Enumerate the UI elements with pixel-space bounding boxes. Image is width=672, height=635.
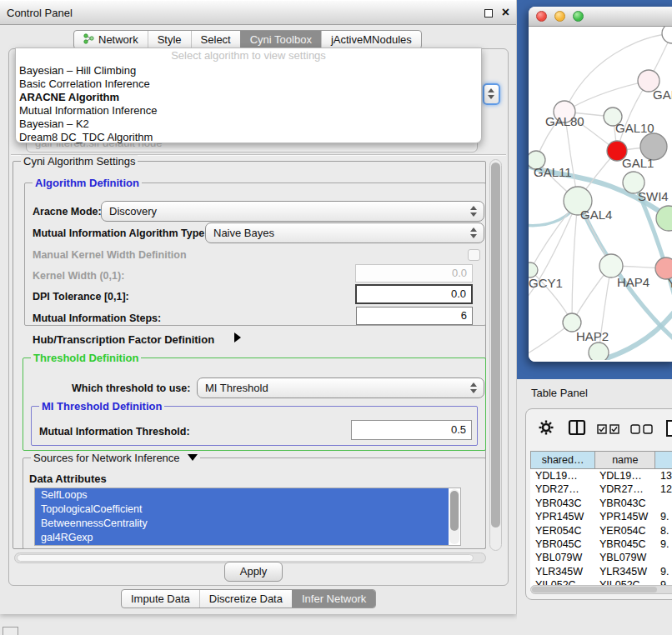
mi-type-combo[interactable]: Naive Bayes [205, 222, 484, 243]
column-header-name[interactable]: name [594, 452, 654, 468]
cell: 8. [655, 524, 672, 538]
zoom-traffic-light[interactable] [573, 11, 584, 22]
float-panel-icon[interactable] [484, 9, 493, 18]
kernel-width-label: Kernel Width (0,1): [33, 270, 124, 282]
tab-infer-network[interactable]: Infer Network [292, 590, 375, 608]
node-hap4[interactable] [599, 254, 623, 278]
algorithm-combo-spinner[interactable] [483, 83, 500, 105]
table-row[interactable]: YDL19… YDL19… 13 [530, 469, 672, 482]
dpi-tolerance-label: DPI Tolerance [0,1]: [33, 291, 129, 302]
group-title: Threshold Definition [31, 352, 141, 364]
group-title: MI Threshold Definition [39, 400, 164, 412]
node-table: shared… name YDL19… YDL19… 13 YDR27… YDR… [530, 451, 672, 592]
hub-definition-label: Hub/Transcription Factor Definition [33, 333, 214, 346]
expand-right-icon[interactable] [234, 332, 241, 342]
list-item[interactable]: TopologicalCoefficient [35, 502, 449, 517]
cell: 13 [655, 469, 672, 482]
column-header-shared-name[interactable]: shared… [531, 452, 594, 468]
scrollbar-thumb[interactable] [491, 162, 500, 528]
manual-kernel-checkbox[interactable] [468, 249, 480, 261]
cell: YBL079W [530, 551, 594, 564]
export-table-icon[interactable] [664, 419, 672, 441]
table-header: shared… name [530, 451, 672, 469]
table-row[interactable]: YBR045C YBR045C 9. [530, 538, 672, 551]
which-threshold-combo[interactable]: MI Threshold [197, 378, 484, 398]
node-label: GAL10 [615, 121, 654, 135]
tab-style[interactable]: Style [148, 31, 191, 48]
cell: YBL079W [594, 551, 655, 564]
dropdown-item[interactable]: Dream8 DC_TDC Algorithm [16, 131, 481, 144]
dropdown-placeholder: Select algorithm to view settings [16, 48, 481, 64]
cell: YBR043C [594, 497, 655, 510]
list-scrollbar[interactable] [449, 489, 459, 544]
table-row[interactable]: YBL079W YBL079W [530, 551, 672, 564]
tab-impute-data[interactable]: Impute Data [122, 590, 199, 608]
mi-steps-label: Mutual Information Steps: [33, 312, 161, 324]
cell: 12 [655, 482, 672, 496]
minimized-panel-button[interactable] [3, 627, 18, 635]
cell: YDR27… [530, 482, 594, 496]
list-item[interactable]: gal4RGexp [35, 531, 449, 545]
unchecked-columns-icon[interactable] [630, 422, 654, 438]
list-item[interactable]: BetweennessCentrality [35, 517, 449, 531]
table-row[interactable]: YDR27… YDR27… 12 [530, 482, 672, 496]
dropdown-item[interactable]: Bayesian – K2 [16, 118, 481, 131]
edge [564, 81, 649, 112]
minimize-traffic-light[interactable] [554, 11, 565, 22]
dropdown-item[interactable]: Basic Correlation Inference [16, 78, 481, 91]
dpi-tolerance-field[interactable]: 0.0 [355, 284, 473, 304]
collapse-down-icon[interactable] [188, 454, 198, 461]
scrollbar-thumb[interactable] [532, 587, 657, 592]
data-attributes-list[interactable]: SelfLoops TopologicalCoefficient Between… [34, 488, 461, 546]
spinner-arrows-icon [470, 228, 477, 238]
node-label: GAL1 [622, 156, 654, 170]
node[interactable] [662, 27, 672, 43]
node-label: GAL11 [534, 165, 572, 179]
aracne-mode-combo[interactable]: Discovery [101, 201, 484, 222]
dropdown-item[interactable]: Bayesian – Hill Climbing [16, 64, 481, 78]
cell [655, 551, 672, 564]
which-threshold-label: Which threshold to use: [72, 382, 190, 394]
network-canvas[interactable]: GAL GAL80 GAL10 GAL1 GAL11 SWI4 GAL4 GCY… [529, 27, 672, 362]
cell [655, 497, 672, 510]
dropdown-item-selected[interactable]: ARACNE Algorithm [16, 91, 481, 104]
table-horizontal-scrollbar[interactable] [530, 585, 672, 594]
node-table-panel: shared… name YDL19… YDL19… 13 YDR27… YDR… [525, 408, 672, 600]
cell: YDL19… [530, 469, 594, 482]
table-row[interactable]: YBR043C YBR043C [530, 497, 672, 510]
table-row[interactable]: YLR345W YLR345W 9. [530, 565, 672, 578]
cell: 9. [655, 565, 672, 578]
tab-jactivemnodules[interactable]: jActiveMNodules [321, 31, 421, 48]
close-icon[interactable]: × [502, 5, 509, 20]
dropdown-item[interactable]: Mutual Information Inference [16, 104, 481, 118]
mi-threshold-label: Mutual Information Threshold: [39, 426, 190, 438]
tab-label: Discretize Data [209, 592, 283, 605]
tab-discretize-data[interactable]: Discretize Data [199, 590, 292, 608]
tab-label: Style [158, 33, 182, 46]
scrollbar-thumb[interactable] [450, 491, 459, 531]
settings-vertical-scrollbar[interactable] [489, 159, 502, 551]
tab-network[interactable]: Network [74, 31, 148, 48]
column-header[interactable] [654, 452, 672, 468]
apply-button[interactable]: Apply [224, 562, 283, 582]
split-columns-icon[interactable] [568, 419, 586, 439]
spinner-arrows-icon [470, 206, 477, 217]
gear-icon[interactable] [538, 419, 554, 439]
control-panel-window: Control Panel × Network Style [0, 0, 517, 614]
tab-select[interactable]: Select [191, 31, 240, 48]
close-traffic-light[interactable] [536, 11, 547, 22]
table-panel-title: Table Panel [531, 387, 588, 399]
cell: YER054C [530, 524, 594, 538]
kernel-width-field[interactable]: 0.0 [355, 264, 473, 282]
cell: YDL19… [594, 469, 655, 482]
checked-columns-icon[interactable] [597, 422, 620, 438]
tab-cyni-toolbox[interactable]: Cyni Toolbox [240, 31, 321, 48]
table-row[interactable]: YPR145W YPR145W 9. [530, 510, 672, 523]
node[interactable] [589, 342, 609, 360]
list-item[interactable]: SelfLoops [35, 488, 449, 502]
mi-threshold-field[interactable]: 0.5 [351, 420, 472, 440]
table-row[interactable]: YER054C YER054C 8. [530, 524, 672, 538]
mi-steps-field[interactable]: 6 [356, 307, 473, 325]
sources-title: Sources for Network Inference [33, 452, 180, 464]
scrollbar-thumb[interactable] [17, 554, 474, 562]
